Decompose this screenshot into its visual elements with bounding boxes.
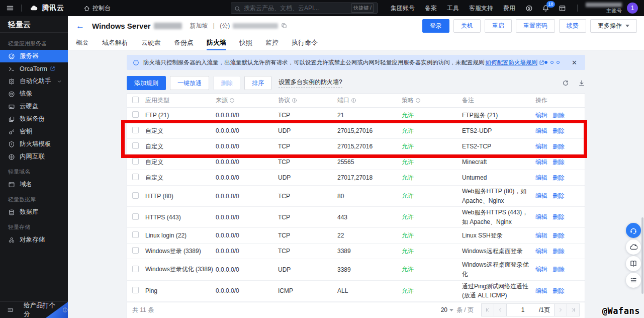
row-checkbox[interactable] bbox=[132, 142, 139, 149]
topbar-menu-item[interactable]: 集团账号 bbox=[391, 4, 415, 13]
topbar-menu-item[interactable]: 备案 bbox=[425, 4, 437, 13]
restart-button[interactable]: 重启 bbox=[485, 19, 512, 33]
last-page-button[interactable] bbox=[567, 303, 580, 316]
edit-link[interactable]: 编辑 bbox=[535, 232, 547, 239]
banner-dot[interactable] bbox=[550, 61, 554, 64]
account-info[interactable]: 主账号 bbox=[586, 3, 622, 14]
topbar-menu-item[interactable]: 费用 bbox=[503, 4, 515, 13]
delete-link[interactable]: 删除 bbox=[553, 192, 565, 199]
row-checkbox[interactable] bbox=[132, 287, 139, 293]
topbar-menu-item[interactable]: 客服支持 bbox=[469, 4, 493, 13]
next-page-button[interactable] bbox=[554, 303, 567, 316]
copy-icon[interactable] bbox=[281, 23, 287, 29]
row-checkbox[interactable] bbox=[132, 127, 139, 133]
tab-防火墙[interactable]: 防火墙 bbox=[207, 35, 226, 50]
tab-云硬盘[interactable]: 云硬盘 bbox=[141, 35, 161, 50]
page-size-select[interactable]: 20 bbox=[441, 306, 453, 313]
edit-link[interactable]: 编辑 bbox=[535, 266, 547, 273]
sidebar-item-domain[interactable]: 域名 bbox=[0, 178, 68, 191]
delete-link[interactable]: 删除 bbox=[553, 112, 565, 119]
tab-执行命令[interactable]: 执行命令 bbox=[292, 35, 318, 50]
row-checkbox[interactable] bbox=[132, 231, 139, 238]
topbar-menu-item[interactable]: 工具 bbox=[447, 4, 459, 13]
scrollbar-thumb[interactable] bbox=[641, 217, 643, 294]
delete-link[interactable]: 删除 bbox=[553, 127, 565, 134]
tab-概要[interactable]: 概要 bbox=[76, 35, 89, 50]
delete-link[interactable]: 删除 bbox=[553, 213, 565, 220]
docs-button[interactable] bbox=[626, 256, 641, 271]
avatar[interactable]: 1 bbox=[627, 3, 638, 14]
info-icon[interactable] bbox=[351, 98, 356, 103]
refresh-icon[interactable] bbox=[562, 80, 569, 87]
delete-link[interactable]: 删除 bbox=[553, 248, 565, 255]
row-checkbox[interactable] bbox=[132, 213, 139, 220]
banner-dot-active[interactable] bbox=[544, 61, 547, 64]
rate-product-link[interactable]: 给产品打个分 bbox=[24, 301, 68, 318]
info-icon[interactable] bbox=[292, 98, 297, 103]
banner-close-icon[interactable]: ✕ bbox=[572, 59, 577, 66]
edit-link[interactable]: 编辑 bbox=[535, 213, 547, 220]
row-checkbox[interactable] bbox=[132, 247, 139, 254]
tencent-cloud-logo[interactable]: 腾讯云 bbox=[29, 4, 64, 13]
delete-link[interactable]: 删除 bbox=[553, 174, 565, 181]
delete-link[interactable]: 删除 bbox=[553, 143, 565, 150]
sidebar-item-image[interactable]: 镜像 bbox=[0, 88, 68, 100]
info-icon[interactable] bbox=[415, 98, 421, 103]
console-link[interactable]: 控制台 bbox=[83, 4, 111, 13]
feedback-list-button[interactable] bbox=[626, 273, 641, 288]
delete-link[interactable]: 删除 bbox=[553, 158, 565, 166]
edit-link[interactable]: 编辑 bbox=[535, 248, 547, 255]
banner-dot[interactable] bbox=[557, 61, 560, 64]
sidebar-item-automation[interactable]: 自动化助手 bbox=[0, 75, 68, 88]
cloud-assistant-button[interactable] bbox=[626, 240, 641, 255]
sidebar-item-server[interactable]: 服务器 bbox=[0, 50, 68, 62]
tab-监控[interactable]: 监控 bbox=[265, 35, 279, 50]
edit-link[interactable]: 编辑 bbox=[535, 143, 547, 150]
customer-service-button[interactable] bbox=[626, 223, 641, 238]
edit-link[interactable]: 编辑 bbox=[535, 192, 547, 199]
allow-all-button[interactable]: 一键放通 bbox=[170, 76, 209, 90]
page-input[interactable]: 1 /1页 bbox=[506, 303, 555, 316]
hamburger-menu-icon[interactable] bbox=[6, 4, 14, 12]
sidebar-item-database[interactable]: 数据库 bbox=[0, 206, 68, 218]
edit-link[interactable]: 编辑 bbox=[535, 127, 547, 134]
row-checkbox[interactable] bbox=[132, 266, 139, 272]
sidebar-item-backup[interactable]: 数据备份 bbox=[0, 113, 68, 125]
multi-instance-firewall-link[interactable]: 设置多台实例的防火墙? bbox=[279, 78, 342, 88]
renew-button[interactable]: 续费 bbox=[559, 19, 586, 33]
first-page-button[interactable] bbox=[481, 303, 494, 316]
sidebar-item-disk[interactable]: 云硬盘 bbox=[0, 100, 68, 113]
tab-域名解析[interactable]: 域名解析 bbox=[102, 35, 128, 50]
reset-password-button[interactable]: 重置密码 bbox=[516, 19, 555, 33]
row-checkbox[interactable] bbox=[132, 174, 139, 180]
login-button[interactable]: 登录 bbox=[422, 19, 449, 33]
sidebar-item-shield[interactable]: 防火墙模板 bbox=[0, 138, 68, 150]
partner-circle-icon[interactable] bbox=[525, 5, 533, 12]
row-checkbox[interactable] bbox=[132, 111, 139, 118]
delete-link[interactable]: 删除 bbox=[553, 287, 565, 294]
row-checkbox[interactable] bbox=[132, 158, 139, 165]
delete-link[interactable]: 删除 bbox=[553, 266, 565, 273]
add-rule-button[interactable]: 添加规则 bbox=[127, 76, 166, 90]
tab-备份点[interactable]: 备份点 bbox=[174, 35, 194, 50]
delete-link[interactable]: 删除 bbox=[553, 232, 565, 239]
notifications-bell-icon[interactable]: 18 bbox=[542, 5, 549, 12]
global-search-input[interactable]: 搜索云产品、文档、云API... 快捷键 / bbox=[231, 3, 378, 14]
sidebar-item-key[interactable]: 密钥 bbox=[0, 125, 68, 138]
download-icon[interactable] bbox=[578, 80, 585, 87]
select-all-checkbox[interactable] bbox=[132, 97, 139, 103]
sidebar-item-network[interactable]: 内网互联 bbox=[0, 150, 68, 163]
sort-button[interactable]: 排序 bbox=[244, 76, 271, 90]
back-arrow-icon[interactable]: ← bbox=[76, 22, 84, 30]
edit-link[interactable]: 编辑 bbox=[535, 112, 547, 119]
info-icon[interactable] bbox=[229, 98, 235, 103]
edit-link[interactable]: 编辑 bbox=[535, 287, 547, 294]
prev-page-button[interactable] bbox=[494, 303, 507, 316]
sidebar-item-terminal[interactable]: OrcaTerm bbox=[0, 62, 68, 75]
firewall-rules-help-link[interactable]: 如何配置防火墙规则 bbox=[486, 59, 545, 66]
row-checkbox[interactable] bbox=[132, 192, 139, 199]
edit-link[interactable]: 编辑 bbox=[535, 174, 547, 181]
delete-button[interactable]: 删除 bbox=[213, 76, 240, 90]
shutdown-button[interactable]: 关机 bbox=[453, 19, 481, 33]
tab-快照[interactable]: 快照 bbox=[239, 35, 252, 50]
